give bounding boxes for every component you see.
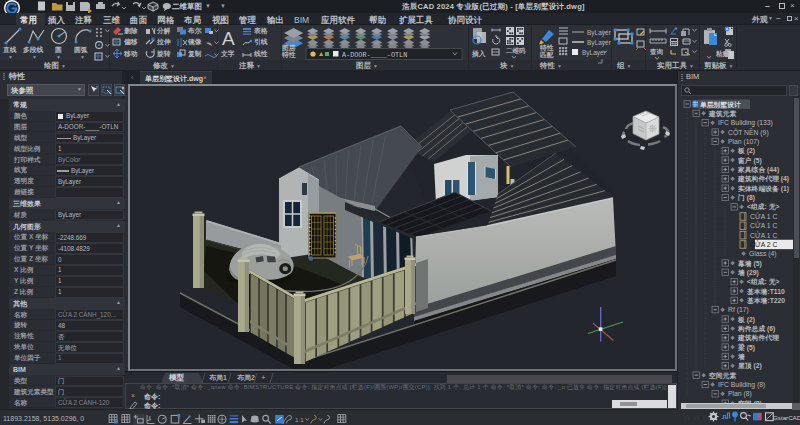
svg-text:ByLayer: ByLayer xyxy=(587,39,612,47)
svg-text:CỘT NỀN (9): CỘT NỀN (9) xyxy=(728,127,769,137)
svg-text:ByLayer: ByLayer xyxy=(582,49,607,57)
svg-text:IFC Building (8): IFC Building (8) xyxy=(718,381,765,389)
svg-text:幕墙 (5): 幕墙 (5) xyxy=(737,260,762,268)
svg-text:二维码: 二维码 xyxy=(505,47,526,55)
svg-text:ByLayer: ByLayer xyxy=(587,29,612,37)
svg-text:Plan (8): Plan (8) xyxy=(728,390,752,398)
svg-text:1:1: 1:1 xyxy=(295,416,304,423)
svg-text:布局1: 布局1 xyxy=(208,374,227,382)
svg-text:空间元素: 空间元素 xyxy=(709,372,736,380)
svg-text:布局2: 布局2 xyxy=(236,374,255,382)
svg-text:窗户 (5): 窗户 (5) xyxy=(738,156,762,165)
svg-text:建筑元素: 建筑元素 xyxy=(708,110,736,118)
svg-text:<组成: 无>: <组成: 无> xyxy=(747,203,780,211)
svg-text:Rf (17): Rf (17) xyxy=(728,306,749,314)
svg-text:A-DOOR-____-OTLN: A-DOOR-____-OTLN xyxy=(342,51,407,59)
svg-text:Plan (107): Plan (107) xyxy=(728,138,759,146)
svg-text:模型: 模型 xyxy=(168,373,185,382)
svg-text:屋顶 (2): 屋顶 (2) xyxy=(737,362,762,370)
svg-text:Glass (4): Glass (4) xyxy=(749,250,777,258)
svg-text:板 (2): 板 (2) xyxy=(737,316,755,324)
svg-text:板 (2): 板 (2) xyxy=(737,147,755,155)
svg-text:A: A xyxy=(222,28,235,49)
svg-text:建筑构件代理 (4): 建筑构件代理 (4) xyxy=(737,175,789,183)
svg-text:+: + xyxy=(261,373,266,382)
svg-text:构件总成 (6): 构件总成 (6) xyxy=(737,325,775,333)
svg-text:实体终端设备 (1): 实体终端设备 (1) xyxy=(738,185,789,193)
svg-text:门 (8): 门 (8) xyxy=(738,194,755,202)
svg-text:WWW: WWW xyxy=(683,413,712,422)
svg-text:查询: 查询 xyxy=(649,48,664,56)
svg-text:单层别墅设计: 单层别墅设计 xyxy=(699,101,741,109)
svg-text:CỬA 2 C: CỬA 2 C xyxy=(750,240,777,248)
svg-text:墙: 墙 xyxy=(737,353,745,361)
svg-text:墙 (29): 墙 (29) xyxy=(737,269,759,277)
svg-text:CỬA 1 C: CỬA 1 C xyxy=(750,231,777,239)
svg-text:梁 (5): 梁 (5) xyxy=(737,343,755,352)
svg-text:基本墙:T220: 基本墙:T220 xyxy=(746,297,785,305)
svg-text:CỬA 1 C: CỬA 1 C xyxy=(750,212,777,220)
svg-text:<组成: 无>: <组成: 无> xyxy=(747,278,780,286)
svg-text:家具综合 (44): 家具综合 (44) xyxy=(737,166,779,174)
svg-text:CỬA 1 C: CỬA 1 C xyxy=(750,221,777,229)
svg-text:IFC Building (133): IFC Building (133) xyxy=(718,119,773,127)
svg-text:基本墙:T110: 基本墙:T110 xyxy=(746,288,785,296)
svg-text:建筑构件代理: 建筑构件代理 xyxy=(737,334,780,342)
